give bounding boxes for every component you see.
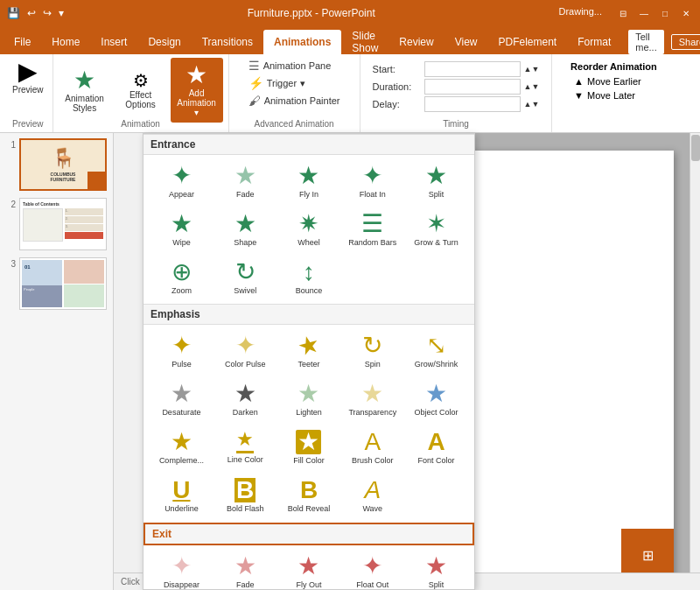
- start-input[interactable]: [424, 61, 521, 77]
- ribbon-toggle-icon[interactable]: ⊟: [616, 6, 630, 20]
- fade-in-label: Fade: [236, 190, 255, 200]
- anim-swivel-in[interactable]: ↻ Swivel: [214, 255, 276, 301]
- anim-grow-turn[interactable]: ✶ Grow & Turn: [405, 207, 467, 253]
- scrollbar-thumb[interactable]: [691, 135, 700, 161]
- tab-file[interactable]: File: [4, 30, 41, 54]
- fill-color-icon: ★: [296, 430, 321, 454]
- anim-appear[interactable]: ✦ Appear: [150, 158, 213, 205]
- anim-wipe-in[interactable]: ★ Wipe: [150, 207, 213, 253]
- anim-bounce-in[interactable]: ↕ Bounce: [278, 255, 340, 301]
- add-animation-button[interactable]: ★ AddAnimation ▾: [171, 58, 223, 123]
- duration-label: Duration:: [373, 81, 421, 92]
- anim-fade-out[interactable]: ★ Fade: [214, 549, 276, 590]
- preview-icon: ▶: [18, 60, 38, 84]
- anim-object-color[interactable]: ★ Object Color: [405, 376, 467, 423]
- tab-slideshow[interactable]: Slide Show: [341, 30, 388, 54]
- main-area: 1 🪑 COLUMBUSFURNITURE 2 Table of Content…: [0, 133, 700, 590]
- anim-split-in[interactable]: ★ Split: [405, 158, 467, 205]
- anim-wheel-in[interactable]: ✷ Wheel: [278, 207, 340, 253]
- animation-painter-label: Animation Painter: [264, 95, 340, 106]
- line-color-icon: ★: [236, 430, 254, 453]
- desaturate-icon: ★: [171, 382, 192, 406]
- anim-float-out[interactable]: ✦ Float Out: [341, 549, 403, 590]
- anim-split-out[interactable]: ★ Split: [405, 549, 467, 590]
- trigger-button[interactable]: ⚡ Trigger ▾: [245, 75, 344, 91]
- anim-brush-color[interactable]: A Brush Color: [341, 425, 403, 471]
- duration-input[interactable]: [424, 79, 521, 95]
- slide-thumb-3[interactable]: 3 01 People: [4, 256, 109, 312]
- tab-view[interactable]: View: [444, 30, 488, 54]
- anim-spin[interactable]: ↻ Spin: [341, 328, 403, 375]
- anim-color-pulse[interactable]: ✦ Color Pulse: [214, 328, 276, 375]
- tab-animations[interactable]: Animations: [263, 30, 341, 54]
- animation-painter-button[interactable]: 🖌 Animation Painter: [245, 93, 344, 109]
- grow-turn-icon: ✶: [426, 212, 446, 236]
- anim-random-bars-in[interactable]: ☰ Random Bars: [341, 207, 403, 253]
- slide-image-2[interactable]: Table of Contents 1. 2. 3.: [19, 198, 107, 250]
- anim-line-color[interactable]: ★ Line Color: [214, 425, 276, 471]
- anim-fly-out[interactable]: ★ Fly Out: [278, 549, 340, 590]
- anim-fly-in[interactable]: ★ Fly In: [278, 158, 340, 205]
- vertical-scrollbar[interactable]: [690, 133, 700, 590]
- delay-row: Delay: ▲▼: [373, 96, 540, 112]
- effect-options-icon: ⚙: [133, 72, 149, 89]
- share-button[interactable]: Share: [671, 34, 700, 50]
- delay-input[interactable]: [424, 96, 521, 112]
- effect-options-button[interactable]: ⚙ Effect Options: [115, 70, 167, 111]
- swivel-in-label: Swivel: [234, 286, 256, 296]
- anim-grow-shrink[interactable]: ⤡ Grow/Shrink: [405, 328, 467, 375]
- anim-bold-flash[interactable]: B Bold Flash: [214, 473, 276, 519]
- anim-pulse[interactable]: ✦ Pulse: [150, 328, 213, 375]
- tab-pdfelement[interactable]: PDFelement: [488, 30, 568, 54]
- slide-thumb-2[interactable]: 2 Table of Contents 1. 2. 3.: [4, 196, 109, 252]
- animation-painter-icon: 🖌: [248, 94, 261, 108]
- anim-fade-in[interactable]: ★ Fade: [214, 158, 276, 205]
- animation-styles-button[interactable]: ★ Animation Styles: [59, 67, 111, 115]
- tab-review[interactable]: Review: [388, 30, 444, 54]
- slide-image-1[interactable]: 🪑 COLUMBUSFURNITURE: [19, 138, 107, 191]
- save-icon[interactable]: 💾: [7, 7, 20, 19]
- anim-lighten[interactable]: ★ Lighten: [278, 376, 340, 423]
- anim-font-color[interactable]: A Font Color: [405, 425, 467, 471]
- anim-float-in[interactable]: ✦ Float In: [341, 158, 403, 205]
- tab-home[interactable]: Home: [41, 30, 90, 54]
- tab-format[interactable]: Format: [567, 30, 621, 54]
- anim-shape-in[interactable]: ★ Shape: [214, 207, 276, 253]
- help-input[interactable]: Tell me...: [628, 30, 663, 54]
- maximize-button[interactable]: □: [658, 6, 672, 20]
- float-in-label: Float In: [360, 190, 386, 200]
- anim-zoom-in[interactable]: ⊕ Zoom: [150, 255, 213, 301]
- move-later-button[interactable]: ▼ Move Later: [570, 89, 657, 102]
- desaturate-label: Desaturate: [162, 408, 200, 418]
- exit-grid: ✦ Disappear ★ Fade ★ Fly Out ✦ Float Out…: [144, 545, 474, 590]
- anim-wave[interactable]: A Wave: [341, 473, 403, 519]
- anim-disappear[interactable]: ✦ Disappear: [150, 549, 213, 590]
- split-out-label: Split: [429, 580, 444, 590]
- anim-complementary[interactable]: ★ Compleme...: [150, 425, 213, 471]
- undo-icon[interactable]: ↩: [27, 7, 36, 19]
- preview-button[interactable]: ▶ Preview: [9, 58, 47, 96]
- anim-bold-reveal[interactable]: B Bold Reveal: [278, 473, 340, 519]
- split-out-icon: ★: [425, 554, 447, 579]
- anim-transparency[interactable]: ★ Transparency: [341, 376, 403, 423]
- delay-label: Delay:: [373, 99, 421, 109]
- animation-pane-button[interactable]: ☰ Animation Pane: [245, 58, 344, 74]
- tab-design[interactable]: Design: [137, 30, 191, 54]
- duration-chevron-icon[interactable]: ▲▼: [524, 82, 540, 91]
- tab-transitions[interactable]: Transitions: [192, 30, 263, 54]
- slide-image-3[interactable]: 01 People: [19, 257, 107, 310]
- move-earlier-button[interactable]: ▲ Move Earlier: [570, 75, 657, 88]
- slide-thumb-1[interactable]: 1 🪑 COLUMBUSFURNITURE: [4, 137, 109, 193]
- anim-underline[interactable]: U Underline: [150, 473, 213, 519]
- tab-insert[interactable]: Insert: [90, 30, 137, 54]
- ribbon-group-reorder: Reorder Animation ▲ Move Earlier ▼ Move …: [552, 54, 675, 132]
- anim-fill-color[interactable]: ★ Fill Color: [278, 425, 340, 471]
- start-chevron-icon[interactable]: ▲▼: [524, 65, 540, 74]
- redo-icon[interactable]: ↪: [43, 7, 52, 19]
- minimize-button[interactable]: —: [637, 6, 651, 20]
- anim-desaturate[interactable]: ★ Desaturate: [150, 376, 213, 423]
- anim-teeter[interactable]: ★ Teeter: [278, 328, 340, 375]
- close-button[interactable]: ✕: [679, 6, 693, 20]
- anim-darken[interactable]: ★ Darken: [214, 376, 276, 423]
- delay-chevron-icon[interactable]: ▲▼: [524, 100, 540, 109]
